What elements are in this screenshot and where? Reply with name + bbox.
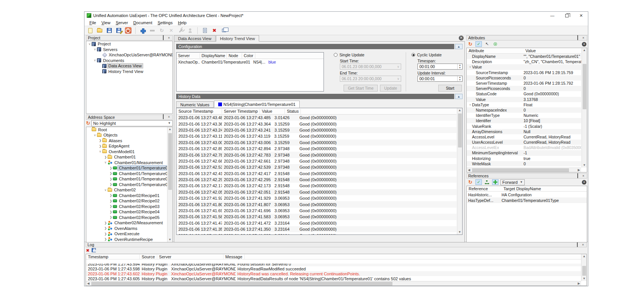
attribute-row[interactable]: ValueRank-1 (Scalar) — [467, 123, 581, 129]
column-displayname[interactable]: DisplayName — [200, 53, 227, 58]
column-timestamp[interactable]: Timestamp — [86, 255, 140, 259]
tree-row[interactable]: ∨OvenModel01 — [86, 149, 172, 155]
tree-row[interactable]: ❯Chamber02/Measurement — [86, 220, 172, 226]
close-panel-icon[interactable]: × — [581, 174, 585, 178]
column-value[interactable]: Value — [260, 109, 285, 114]
attribute-row[interactable]: ∨Value — [467, 64, 581, 70]
start-button[interactable]: Start — [438, 85, 462, 92]
tree-row[interactable]: ❯EdgeAgent — [86, 143, 172, 149]
history-row[interactable]: 2023-01-06 13:27:43.0062023-01-06 13:27:… — [177, 140, 456, 146]
tree-row[interactable]: ❯OvenExecute — [86, 231, 172, 237]
attributes-vscrollbar[interactable]: ▲ ▼ — [581, 48, 587, 168]
menu-document[interactable]: Document — [131, 20, 155, 25]
expand-icon[interactable]: ❯ — [109, 199, 113, 203]
end-time-combo[interactable]: 06.01.23 20:00:00,000 ∨ — [340, 76, 401, 82]
get-start-time-button[interactable]: Get Start Time — [344, 85, 378, 92]
minimize-button[interactable]: — — [550, 13, 555, 18]
attribute-row[interactable]: WriteMask0 — [467, 161, 581, 166]
history-row[interactable]: 2023-01-06 13:27:42.0512023-01-06 13:27:… — [177, 189, 456, 195]
select-attribute-icon[interactable]: ↖ — [484, 41, 490, 47]
history-row[interactable]: 2023-01-06 13:27:42.2952023-01-06 13:27:… — [177, 177, 456, 183]
attributes-hscrollbar[interactable]: ◀ ▶ — [467, 168, 581, 172]
column-reference[interactable]: Reference — [467, 186, 502, 191]
address-tree-scrollbar[interactable]: ▲ ▼ — [167, 127, 172, 242]
spinner-arrows-icon[interactable]: ▲▼ — [457, 76, 462, 81]
expand-icon[interactable]: ❯ — [103, 221, 108, 225]
column-target-displayname[interactable]: Target DisplayName — [502, 186, 543, 191]
log-row[interactable]: 2023-01-06 PM 1:27:43.598History PluginX… — [86, 266, 581, 271]
scroll-right-icon[interactable]: ▶ — [577, 282, 581, 285]
close-panel-icon[interactable]: × — [581, 243, 585, 247]
open-project-icon[interactable] — [96, 27, 103, 34]
column-status[interactable]: Status — [285, 109, 301, 114]
reference-row[interactable]: HasHistoric...HA Configuration — [467, 192, 587, 197]
menu-server[interactable]: Server — [113, 20, 130, 25]
connect-server-icon[interactable]: ↻ — [158, 27, 165, 34]
collapse-icon[interactable]: ∨ — [98, 150, 102, 153]
collapse-icon[interactable]: ∨ — [93, 59, 97, 62]
scroll-down-icon[interactable]: ▼ — [457, 230, 463, 234]
log-row[interactable]: 2023-01-06 PM 1:27:43.594History PluginX… — [86, 264, 581, 266]
save-project-icon[interactable] — [106, 27, 113, 34]
attribute-row[interactable]: Value3.13768 — [467, 97, 581, 102]
highlight-target-icon[interactable] — [492, 41, 499, 47]
history-table-scrollbar[interactable]: ▲ ▼ — [457, 108, 462, 234]
history-row[interactable]: 2023-01-06 13:27:43.1192023-01-06 13:27:… — [177, 133, 456, 139]
column-server-timestamp[interactable]: Server Timestamp — [222, 109, 260, 114]
change-user-icon[interactable] — [187, 27, 194, 34]
tree-row[interactable]: Root — [86, 127, 172, 133]
history-row[interactable]: 2023-01-06 13:27:41.9292023-01-06 13:27:… — [177, 195, 456, 201]
add-server-icon[interactable] — [139, 27, 146, 34]
history-row[interactable]: 2023-01-06 13:27:42.7832023-01-06 13:27:… — [177, 152, 456, 158]
float-panel-icon[interactable] — [575, 243, 579, 247]
history-row[interactable]: 2023-01-06 13:27:43.2412023-01-06 13:27:… — [177, 127, 456, 133]
column-source-timestamp[interactable]: Source Timestamp — [177, 109, 222, 114]
tree-row[interactable]: ❯Chamber01/Temperature03 — [86, 176, 172, 182]
auto-update-icon[interactable]: ✓ — [475, 41, 482, 47]
tree-row[interactable]: ❯Chamber02/Recipe03 — [86, 204, 172, 210]
remove-server-icon[interactable] — [149, 27, 156, 34]
close-panel-icon[interactable]: × — [167, 115, 171, 119]
tree-row[interactable]: ∨Documents — [86, 58, 172, 64]
log-row[interactable]: 2023-01-06 PM 1:27:43.602History PluginX… — [86, 271, 581, 276]
update-button[interactable]: Update — [380, 85, 401, 92]
scroll-down-icon[interactable]: ▼ — [167, 238, 173, 242]
column-node[interactable]: Node — [227, 53, 242, 58]
new-project-icon[interactable] — [87, 27, 94, 34]
menu-settings[interactable]: Settings — [155, 20, 175, 25]
expand-icon[interactable]: ❯ — [103, 155, 108, 159]
column-message[interactable]: Message — [224, 255, 245, 259]
collapse-icon[interactable]: ∨ — [93, 48, 97, 51]
single-update-radio[interactable] — [334, 53, 338, 57]
tab-node-values[interactable]: NS4|String|Chamber01/Temperature01 — [214, 101, 300, 108]
scroll-down-icon[interactable]: ▼ — [582, 163, 587, 168]
save-as-icon[interactable] — [115, 27, 122, 34]
tree-row[interactable]: ❯Aliases — [86, 138, 172, 144]
scroll-left-icon[interactable]: ◀ — [86, 282, 91, 285]
attribute-row[interactable]: NamespaceIndex0 — [467, 107, 581, 113]
attribute-row[interactable]: Description"zh_CN", "Chamber01, Temperat… — [467, 59, 581, 64]
column-attribute[interactable]: Attribute — [467, 48, 524, 53]
expand-options-icon[interactable]: + — [582, 42, 586, 47]
expand-icon[interactable]: ❯ — [103, 232, 108, 236]
expand-icon[interactable]: ❯ — [109, 194, 113, 197]
tree-row[interactable]: ∨Project — [86, 41, 172, 47]
history-row[interactable]: 2023-01-06 13:27:42.4172023-01-06 13:27:… — [177, 171, 456, 177]
tree-row[interactable]: ∨Servers — [86, 47, 172, 53]
tree-row[interactable]: ❯Chamber01/Temperature02 — [86, 171, 172, 177]
float-panel-icon[interactable] — [576, 36, 580, 40]
tree-row[interactable]: ❯OvenAlarms — [86, 226, 172, 231]
history-row[interactable]: 2023-01-06 13:27:41.5832023-01-06 13:27:… — [177, 214, 456, 220]
save-log-icon[interactable] — [92, 248, 96, 253]
update-interval-spinbox[interactable]: 00:00:01 ▲▼ — [417, 76, 463, 82]
tree-row[interactable]: ∨Objects — [86, 132, 172, 138]
tree-row[interactable]: ❯Chamber01 — [86, 154, 172, 160]
close-panel-icon[interactable]: × — [167, 36, 171, 40]
add-document-icon[interactable] — [202, 27, 208, 34]
expand-icon[interactable]: ❯ — [103, 238, 108, 241]
expand-icon[interactable]: ❯ — [103, 227, 108, 230]
highlight-dropdown[interactable]: No Highlight ▼ — [91, 120, 173, 126]
attribute-row[interactable]: AccessLevelExBadAttributeIdInvalid (0x80… — [467, 145, 581, 150]
follow-references-icon[interactable] — [492, 179, 499, 185]
column-color[interactable]: Color — [242, 53, 255, 58]
